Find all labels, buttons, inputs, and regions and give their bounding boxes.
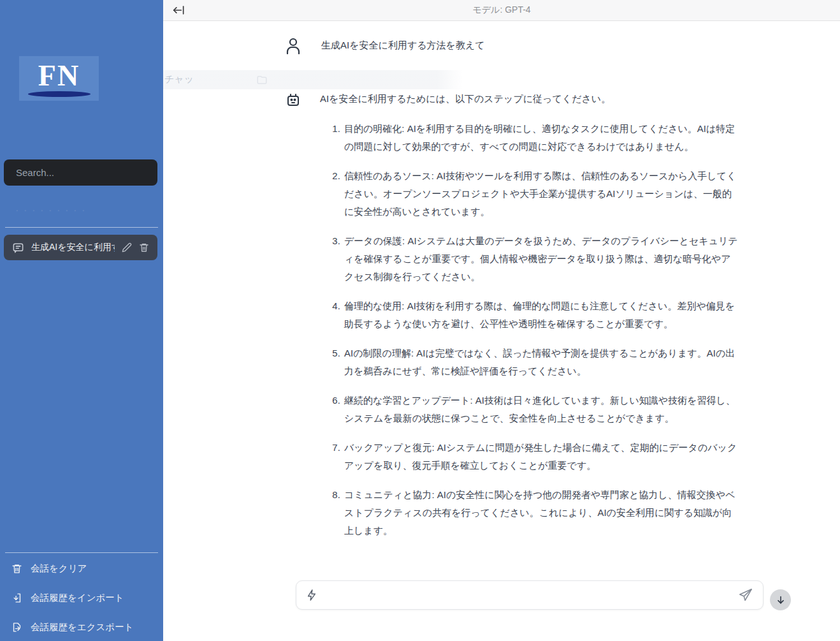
delete-conversation-button[interactable] bbox=[139, 242, 149, 253]
sidebar-divider-bottom bbox=[5, 552, 158, 553]
import-history-button[interactable]: 会話履歴をインポート bbox=[11, 589, 124, 606]
collapse-sidebar-icon bbox=[173, 4, 185, 16]
trash-icon bbox=[11, 563, 22, 574]
send-icon bbox=[739, 588, 753, 602]
user-icon bbox=[286, 38, 301, 54]
robot-icon bbox=[286, 92, 301, 107]
export-history-label: 会話履歴をエクスポート bbox=[31, 621, 134, 633]
search-input[interactable] bbox=[4, 159, 157, 186]
assistant-step-item: コミュニティと協力: AIの安全性に関心を持つ他の開発者や専門家と協力し、情報交… bbox=[343, 486, 741, 540]
assistant-steps-list: 目的の明確化: AIを利用する目的を明確にし、適切なタスクに使用してください。A… bbox=[328, 120, 741, 540]
composer bbox=[296, 580, 764, 610]
folder-ghost-icon bbox=[256, 74, 268, 85]
sidebar-divider-top bbox=[5, 227, 158, 228]
assistant-step-item: データの保護: AIシステムは大量のデータを扱うため、データのプライバシーとセキ… bbox=[343, 232, 741, 286]
sidebar: FN ・・・・・・・・・ 生成AIを安全に利用す... 会話をクリア bbox=[0, 0, 163, 641]
chat-bubble-icon bbox=[12, 242, 24, 254]
ghost-artifact-row: ・・・・・・・・・ bbox=[13, 205, 150, 217]
assistant-step-item: AIの制限の理解: AIは完璧ではなく、誤った情報や予測を提供することがあります… bbox=[343, 344, 741, 380]
assistant-message-content: AIを安全に利用するためには、以下のステップに従ってください。 目的の明確化: … bbox=[320, 89, 741, 551]
logo-underline bbox=[28, 91, 91, 97]
assistant-step-item: 継続的な学習とアップデート: AI技術は日々進化しています。新しい知識や技術を習… bbox=[343, 392, 741, 427]
clear-conversation-label: 会話をクリア bbox=[31, 563, 87, 575]
assistant-step-item: 信頼性のあるソース: AI技術やツールを利用する際は、信頼性のあるソースから入手… bbox=[343, 167, 741, 221]
conversation-list-item[interactable]: 生成AIを安全に利用す... bbox=[4, 235, 157, 260]
user-message-row: 生成AIを安全に利用する方法を教えて bbox=[163, 21, 840, 70]
user-message-text: 生成AIを安全に利用する方法を教えて bbox=[321, 40, 485, 52]
assistant-icon-column bbox=[286, 89, 300, 551]
send-button[interactable] bbox=[739, 588, 753, 602]
chat-area: 生成AIを安全に利用する方法を教えて チャット AIを安全に利用するためには、以… bbox=[163, 21, 840, 641]
quick-prompt-button[interactable] bbox=[307, 589, 317, 601]
edit-conversation-button[interactable] bbox=[122, 242, 132, 253]
main-panel: モデル: GPT-4 生成AIを安全に利用する方法を教えて チャット bbox=[163, 0, 840, 641]
arrow-down-icon bbox=[776, 595, 786, 605]
assistant-step-item: 倫理的な使用: AI技術を利用する際は、倫理的な問題にも注意してください。差別や… bbox=[343, 297, 741, 333]
import-icon bbox=[11, 593, 22, 603]
model-label: モデル: GPT-4 bbox=[163, 4, 840, 16]
logo-text: FN bbox=[38, 61, 80, 91]
ghost-artifact-band: チャット bbox=[163, 70, 840, 89]
lightning-icon bbox=[307, 589, 317, 601]
export-icon bbox=[11, 622, 22, 633]
topbar: モデル: GPT-4 bbox=[163, 0, 840, 21]
assistant-intro-text: AIを安全に利用するためには、以下のステップに従ってください。 bbox=[320, 89, 741, 108]
assistant-step-item: 目的の明確化: AIを利用する目的を明確にし、適切なタスクに使用してください。A… bbox=[343, 120, 741, 156]
scroll-to-bottom-button[interactable] bbox=[770, 589, 791, 610]
export-history-button[interactable]: 会話履歴をエクスポート bbox=[11, 619, 134, 635]
message-input[interactable] bbox=[324, 590, 731, 601]
import-history-label: 会話履歴をインポート bbox=[31, 592, 124, 604]
collapse-sidebar-button[interactable] bbox=[171, 3, 187, 18]
ghost-text-fragment: チャット bbox=[164, 73, 195, 85]
trash-icon bbox=[139, 242, 149, 253]
clear-conversation-button[interactable]: 会話をクリア bbox=[11, 560, 87, 577]
app-logo: FN bbox=[19, 56, 99, 101]
assistant-message-row: AIを安全に利用するためには、以下のステップに従ってください。 目的の明確化: … bbox=[163, 89, 840, 551]
conversation-title: 生成AIを安全に利用す... bbox=[31, 242, 115, 253]
pencil-icon bbox=[122, 242, 132, 253]
assistant-step-item: バックアップと復元: AIシステムに問題が発生した場合に備えて、定期的にデータの… bbox=[343, 439, 741, 475]
